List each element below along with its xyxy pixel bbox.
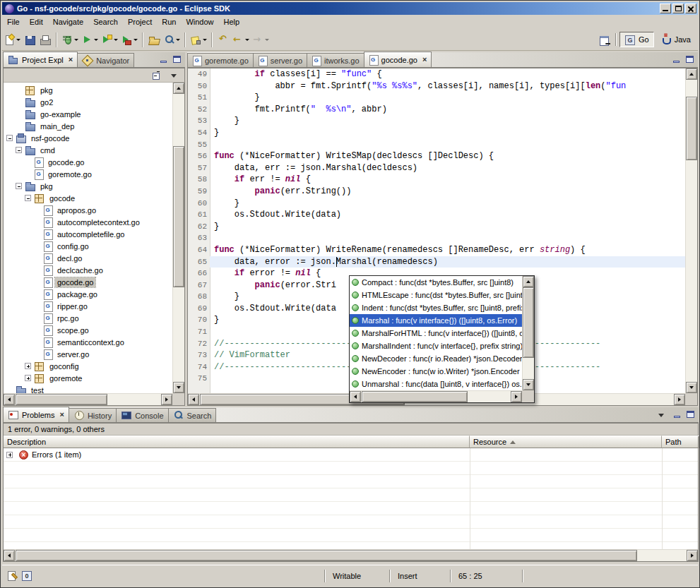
tree-item-config-go[interactable]: config.go: [4, 240, 172, 252]
scroll-left-button[interactable]: [350, 391, 361, 402]
tree-item-apropos-go[interactable]: apropos.go: [4, 204, 172, 216]
line-number[interactable]: 63: [188, 232, 210, 244]
row-expander[interactable]: [6, 452, 13, 458]
column-header-path[interactable]: Path: [662, 436, 699, 448]
code-line-text[interactable]: }: [210, 221, 685, 233]
line-number[interactable]: 55: [188, 139, 210, 151]
scroll-right-button[interactable]: [511, 391, 522, 402]
scroll-right-button[interactable]: [161, 394, 172, 405]
new-wizard-button[interactable]: [2, 31, 22, 48]
tree-item-go2[interactable]: go2: [4, 96, 172, 108]
menu-file[interactable]: File: [2, 16, 25, 28]
scroll-down-button[interactable]: [523, 379, 534, 390]
scrollbar-thumb[interactable]: [16, 394, 107, 405]
line-number[interactable]: 56: [188, 150, 210, 162]
autocomplete-item-marshalindent[interactable]: MarshalIndent : func(v interface{}, pref…: [350, 340, 522, 352]
tree-item-cmd[interactable]: cmd: [4, 144, 172, 156]
scrollbar-thumb[interactable]: [362, 391, 468, 402]
maximize-view-button[interactable]: [171, 54, 183, 65]
tree-expander[interactable]: [16, 183, 22, 189]
line-number[interactable]: 69: [188, 303, 210, 315]
tree-item-test[interactable]: test: [4, 384, 172, 393]
minimize-button[interactable]: [660, 4, 671, 13]
tree-item-goremote-go[interactable]: goremote.go: [4, 168, 172, 180]
autocomplete-item-unmarshal[interactable]: Unmarshal : func(data []uint8, v interfa…: [350, 378, 522, 390]
popup-vertical-scrollbar[interactable]: [522, 276, 534, 390]
code-line-text[interactable]: fmt.Printf(" %s\n", abbr): [210, 104, 685, 116]
open-perspective-button[interactable]: [597, 31, 612, 48]
tree-item-gocode-go[interactable]: gocode.go: [4, 156, 172, 168]
editor-tab-gocode-go[interactable]: gocode.go×: [364, 52, 432, 67]
column-header-description[interactable]: Description: [4, 436, 470, 448]
dropdown-arrow-icon[interactable]: [94, 39, 98, 41]
autocomplete-item-indent[interactable]: Indent : func(dst *bytes.Buffer, src []u…: [350, 301, 522, 314]
line-number[interactable]: 65: [188, 256, 210, 268]
line-number[interactable]: 54: [188, 127, 210, 139]
save-button[interactable]: [22, 31, 37, 48]
line-number[interactable]: 60: [188, 198, 210, 210]
scrollbar-thumb[interactable]: [523, 287, 534, 358]
scrollbar-thumb[interactable]: [173, 146, 184, 287]
dropdown-arrow-icon[interactable]: [134, 39, 138, 41]
autocomplete-item-htmlescape[interactable]: HTMLEscape : func(dst *bytes.Buffer, src…: [350, 289, 522, 301]
line-number[interactable]: 73: [188, 349, 210, 361]
tree-expander[interactable]: [16, 147, 22, 153]
search-button[interactable]: [162, 31, 182, 48]
dropdown-arrow-icon[interactable]: [114, 39, 118, 41]
tree-expander[interactable]: [25, 363, 31, 369]
line-number[interactable]: 68: [188, 291, 210, 303]
tree-item-autocompletecontext-go[interactable]: autocompletecontext.go: [4, 216, 172, 228]
line-number[interactable]: 74: [188, 361, 210, 373]
dropdown-arrow-icon[interactable]: [265, 39, 269, 41]
code-line-text[interactable]: [210, 232, 685, 244]
debug-button[interactable]: [60, 31, 80, 48]
scroll-up-button[interactable]: [523, 276, 534, 287]
tree-item-pkg[interactable]: pkg: [4, 84, 172, 96]
tree-item-declcache-go[interactable]: declcache.go: [4, 264, 172, 276]
code-line-text[interactable]: panic(err.String()): [210, 186, 685, 198]
scroll-left-button[interactable]: [4, 394, 15, 405]
tree-vertical-scrollbar[interactable]: [172, 83, 184, 393]
tree-horizontal-scrollbar[interactable]: [4, 393, 172, 405]
editor-vertical-scrollbar[interactable]: [685, 68, 697, 393]
view-tab-console[interactable]: Console: [116, 408, 168, 422]
line-number[interactable]: 72: [188, 338, 210, 350]
code-line-text[interactable]: if classes[i] == "func" {: [210, 68, 685, 80]
code-line-text[interactable]: os.Stdout.Write(data): [210, 209, 685, 221]
menu-search[interactable]: Search: [88, 16, 123, 28]
view-tab-navigator[interactable]: Navigator: [77, 53, 134, 67]
line-number[interactable]: 52: [188, 104, 210, 116]
tree-item-gocode[interactable]: gocode: [4, 192, 172, 204]
dropdown-arrow-icon[interactable]: [203, 39, 207, 41]
problems-view-menu-button[interactable]: [654, 407, 670, 424]
line-number[interactable]: 62: [188, 221, 210, 233]
scroll-right-button[interactable]: [674, 394, 685, 405]
popup-horizontal-scrollbar[interactable]: [350, 390, 522, 402]
line-number[interactable]: 57: [188, 162, 210, 174]
tree-item-autocompletefile-go[interactable]: autocompletefile.go: [4, 228, 172, 240]
run-button[interactable]: [80, 31, 100, 48]
line-number[interactable]: 49: [188, 68, 210, 80]
view-tab-history[interactable]: History: [69, 408, 117, 422]
minimize-view-button[interactable]: [158, 54, 170, 65]
dropdown-arrow-icon[interactable]: [176, 39, 180, 41]
tree-item-decl-go[interactable]: decl.go: [4, 252, 172, 264]
problems-row-errors-1-item[interactable]: Errors (1 item): [4, 448, 698, 461]
scrollbar-thumb[interactable]: [686, 97, 697, 160]
code-line-text[interactable]: data, error := json.Marshal(renamedescs): [210, 256, 685, 268]
maximize-editor-button[interactable]: [684, 54, 696, 65]
forward-button[interactable]: [251, 31, 271, 48]
tree-item-package-go[interactable]: package.go: [4, 288, 172, 300]
dropdown-arrow-icon[interactable]: [74, 39, 78, 41]
scroll-right-button[interactable]: [687, 550, 698, 561]
tree-item-ripper-go[interactable]: ripper.go: [4, 300, 172, 312]
tree-expander[interactable]: [25, 195, 31, 201]
line-number[interactable]: 50: [188, 80, 210, 92]
close-button[interactable]: [685, 4, 696, 13]
dropdown-arrow-icon[interactable]: [245, 39, 249, 41]
scroll-up-button[interactable]: [173, 83, 184, 94]
tree-item-server-go[interactable]: server.go: [4, 348, 172, 360]
perspective-java-button[interactable]: Java: [655, 32, 696, 47]
close-tab-icon[interactable]: ×: [69, 56, 73, 64]
tree-item-nsf-gocode[interactable]: nsf-gocode: [4, 132, 172, 144]
